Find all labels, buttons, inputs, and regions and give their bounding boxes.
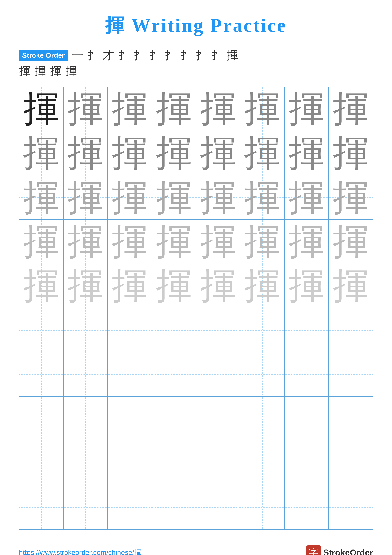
grid-cell (19, 352, 64, 397)
grid-cell: 揮 (152, 264, 196, 308)
grid-cell: 揮 (64, 87, 108, 131)
grid-cell (152, 485, 196, 529)
grid-cell: 揮 (196, 87, 240, 131)
grid-cell (107, 308, 152, 352)
grid-cell (196, 485, 240, 529)
grid-cell (196, 441, 240, 485)
grid-cell (328, 352, 373, 397)
grid-cell: 揮 (285, 175, 329, 219)
grid-cell: 揮 (19, 175, 64, 219)
stroke-order-section: Stroke Order ㇐ 扌 才 扌 扌 扌 扌 扌 扌 扌 揮 揮 揮 揮… (19, 48, 373, 79)
footer-logo: 字 StrokeOrder (306, 545, 373, 555)
grid-cell: 揮 (64, 219, 108, 264)
grid-cell (196, 308, 240, 352)
grid-cell: 揮 (196, 264, 240, 308)
grid-cell (19, 308, 64, 352)
grid-cell: 揮 (152, 131, 196, 175)
grid-cell (240, 352, 285, 397)
practice-grid: 揮揮揮揮揮揮揮揮揮揮揮揮揮揮揮揮揮揮揮揮揮揮揮揮揮揮揮揮揮揮揮揮揮揮揮揮揮揮揮揮 (19, 87, 373, 530)
grid-cell (152, 397, 196, 441)
stroke-sequence-1: ㇐ 扌 才 扌 扌 扌 扌 扌 扌 扌 揮 (72, 48, 239, 63)
grid-cell (64, 352, 108, 397)
stroke-order-row: Stroke Order ㇐ 扌 才 扌 扌 扌 扌 扌 扌 扌 揮 (19, 48, 373, 63)
grid-cell: 揮 (328, 264, 373, 308)
grid-cell: 揮 (240, 87, 285, 131)
grid-cell: 揮 (19, 131, 64, 175)
grid-cell: 揮 (152, 87, 196, 131)
grid-cell: 揮 (328, 131, 373, 175)
stroke-sequence-2: 揮 揮 揮 揮 (19, 63, 373, 79)
grid-cell: 揮 (64, 131, 108, 175)
grid-cell (107, 352, 152, 397)
grid-cell (285, 441, 329, 485)
grid-cell (328, 441, 373, 485)
grid-cell: 揮 (64, 175, 108, 219)
grid-cell (152, 308, 196, 352)
grid-cell (152, 441, 196, 485)
grid-cell: 揮 (328, 87, 373, 131)
grid-cell: 揮 (285, 87, 329, 131)
grid-cell (240, 397, 285, 441)
grid-cell: 揮 (285, 219, 329, 264)
grid-cell: 揮 (328, 219, 373, 264)
grid-cell: 揮 (107, 264, 152, 308)
grid-cell (19, 485, 64, 529)
grid-cell: 揮 (107, 219, 152, 264)
grid-cell: 揮 (240, 264, 285, 308)
grid-cell (64, 308, 108, 352)
grid-cell (285, 397, 329, 441)
grid-cell (328, 397, 373, 441)
grid-cell: 揮 (19, 264, 64, 308)
grid-cell: 揮 (240, 175, 285, 219)
grid-cell: 揮 (196, 219, 240, 264)
footer: https://www.strokeorder.com/chinese/揮 字 … (19, 545, 373, 555)
grid-cell (107, 485, 152, 529)
grid-cell (240, 308, 285, 352)
grid-cell: 揮 (107, 131, 152, 175)
grid-cell: 揮 (285, 264, 329, 308)
grid-cell (19, 441, 64, 485)
grid-cell (152, 352, 196, 397)
grid-cell: 揮 (196, 175, 240, 219)
grid-cell: 揮 (152, 175, 196, 219)
grid-cell: 揮 (19, 87, 64, 131)
grid-cell: 揮 (107, 175, 152, 219)
grid-cell (328, 308, 373, 352)
grid-cell (285, 485, 329, 529)
grid-cell (19, 397, 64, 441)
grid-cell: 揮 (196, 131, 240, 175)
grid-cell: 揮 (152, 219, 196, 264)
footer-url[interactable]: https://www.strokeorder.com/chinese/揮 (19, 548, 141, 555)
grid-cell (64, 397, 108, 441)
grid-cell: 揮 (240, 131, 285, 175)
grid-cell (64, 441, 108, 485)
grid-cell (64, 485, 108, 529)
footer-brand: StrokeOrder (323, 548, 373, 555)
grid-cell (240, 441, 285, 485)
grid-cell (196, 352, 240, 397)
page-title: 揮 Writing Practice (105, 13, 287, 38)
stroke-order-badge: Stroke Order (19, 50, 68, 61)
grid-cell: 揮 (19, 219, 64, 264)
strokeorder-icon: 字 (306, 545, 321, 555)
grid-cell: 揮 (328, 175, 373, 219)
grid-cell: 揮 (64, 264, 108, 308)
grid-cell: 揮 (107, 87, 152, 131)
grid-cell (285, 308, 329, 352)
grid-cell: 揮 (285, 131, 329, 175)
grid-cell (285, 352, 329, 397)
grid-cell (107, 397, 152, 441)
grid-cell (196, 397, 240, 441)
grid-cell (107, 441, 152, 485)
grid-cell (240, 485, 285, 529)
grid-cell (328, 485, 373, 529)
grid-cell: 揮 (240, 219, 285, 264)
